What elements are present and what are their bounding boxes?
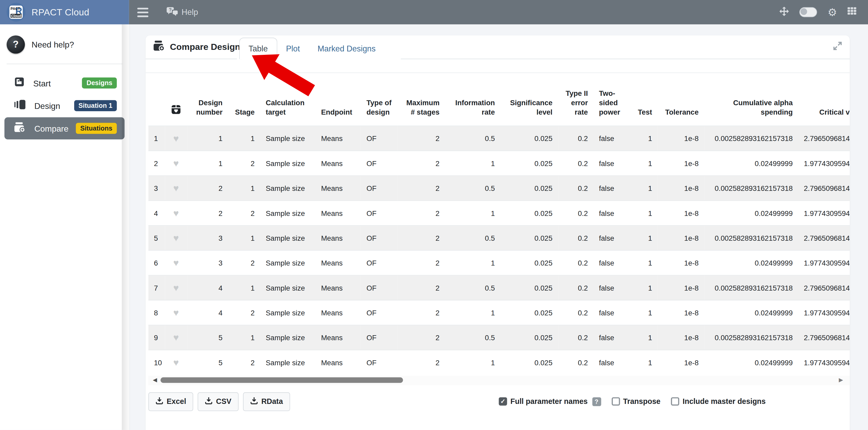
cell-idx: 4	[148, 200, 165, 225]
cell-fav[interactable]: ♥	[165, 226, 187, 251]
heart-icon[interactable]: ♥	[173, 357, 179, 368]
cell-tolerance: 1e-8	[658, 200, 704, 225]
cell-type_ii_error_rate: 0.2	[558, 325, 593, 350]
checkbox-checked[interactable]: ✓	[499, 397, 507, 406]
cell-stage: 2	[228, 350, 260, 375]
cell-type_ii_error_rate: 0.2	[558, 126, 593, 151]
cell-test: 1	[631, 350, 658, 375]
sidebar-item-start[interactable]: Start Designs	[4, 72, 125, 94]
transpose-checkbox[interactable]: Transpose	[612, 397, 660, 406]
column-header-cumulative_alpha_spending: Cumulative alpha spending	[704, 73, 798, 126]
heart-icon[interactable]: ♥	[173, 258, 179, 268]
cell-endpoint: Means	[315, 275, 361, 300]
settings-gear-icon[interactable]: ⚙	[828, 7, 837, 17]
grid-table-icon[interactable]	[848, 7, 858, 17]
theme-toggle[interactable]	[799, 7, 817, 17]
cell-significance_level: 0.025	[500, 325, 558, 350]
topbar: ? Help ⚙	[129, 0, 868, 24]
header-separator	[146, 59, 850, 73]
cell-significance_level: 0.025	[500, 226, 558, 251]
table-row: 6♥32Sample sizeMeansOF210.0250.2false11e…	[148, 251, 850, 275]
column-header-idx	[148, 73, 165, 126]
tab-table[interactable]: Table	[239, 38, 277, 59]
cell-fav[interactable]: ♥	[165, 251, 187, 275]
download-icon	[250, 397, 258, 406]
cell-tolerance: 1e-8	[658, 275, 704, 300]
fullscreen-arrows-icon[interactable]	[779, 6, 789, 18]
help-menu[interactable]: ? Help	[167, 6, 198, 18]
cell-tolerance: 1e-8	[658, 350, 704, 375]
cell-maximum_stages: 2	[398, 251, 445, 275]
cell-two_sided_power: false	[593, 126, 631, 151]
cell-idx: 8	[148, 300, 165, 325]
app-title: RPACT Cloud	[32, 7, 89, 17]
cell-type_of_design: OF	[361, 350, 398, 375]
scrollbar-thumb[interactable]	[161, 377, 403, 383]
cell-fav[interactable]: ♥	[165, 275, 187, 300]
full-parameter-names-checkbox[interactable]: ✓ Full parameter names ?	[499, 397, 601, 406]
cell-information_rate: 1	[445, 200, 500, 225]
column-header-test: Test	[631, 73, 658, 126]
include-master-designs-checkbox[interactable]: Include master designs	[671, 397, 766, 406]
sidebar-item-label: Start	[33, 78, 51, 88]
expand-panel-icon[interactable]	[833, 41, 842, 53]
cell-fav[interactable]: ♥	[165, 325, 187, 350]
cell-type_ii_error_rate: 0.2	[558, 176, 593, 200]
cell-fav[interactable]: ♥	[165, 126, 187, 151]
cell-two_sided_power: false	[593, 300, 631, 325]
scroll-right-arrow-icon[interactable]: ▶	[839, 376, 843, 383]
cell-fav[interactable]: ♥	[165, 176, 187, 200]
table-row: 2♥12Sample sizeMeansOF210.0250.2false11e…	[148, 151, 850, 175]
heart-icon[interactable]: ♥	[173, 208, 179, 218]
tab-bar: Table Plot Marked Designs	[239, 35, 384, 59]
heart-icon[interactable]: ♥	[173, 283, 179, 293]
column-header-calculation_target: Calculation target	[260, 73, 315, 126]
rpact-logo[interactable]: R PACT Cloud	[6, 3, 25, 22]
cell-cumulative_alpha_spending: 0.002582893162157318	[704, 226, 798, 251]
cell-idx: 9	[148, 325, 165, 350]
export-excel-button[interactable]: Excel	[148, 392, 193, 411]
tab-marked-designs[interactable]: Marked Designs	[309, 38, 384, 59]
column-header-type_of_design: Type of design	[361, 73, 398, 126]
cell-endpoint: Means	[315, 226, 361, 251]
cell-test: 1	[631, 200, 658, 225]
cell-type_ii_error_rate: 0.2	[558, 226, 593, 251]
cell-test: 1	[631, 176, 658, 200]
heart-icon[interactable]: ♥	[173, 233, 179, 243]
tab-plot[interactable]: Plot	[277, 38, 309, 59]
horizontal-scrollbar[interactable]: ◀ ▶	[148, 375, 850, 385]
cell-fav[interactable]: ♥	[165, 200, 187, 225]
cell-critical_value: 1.97743095941	[798, 200, 850, 225]
sidebar-item-compare[interactable]: Compare Situations	[4, 117, 125, 139]
cell-fav[interactable]: ♥	[165, 350, 187, 375]
heart-icon[interactable]: ♥	[173, 307, 179, 318]
cell-design_number: 1	[187, 126, 228, 151]
heart-icon[interactable]: ♥	[173, 183, 179, 193]
heart-icon[interactable]: ♥	[173, 158, 179, 168]
cell-calculation_target: Sample size	[260, 176, 315, 200]
scroll-left-arrow-icon[interactable]: ◀	[153, 376, 157, 383]
cell-fav[interactable]: ♥	[165, 151, 187, 175]
cell-test: 1	[631, 126, 658, 151]
sidebar-toggle-hamburger-icon[interactable]	[137, 7, 148, 17]
cell-maximum_stages: 2	[398, 126, 445, 151]
heart-icon[interactable]: ♥	[173, 332, 179, 343]
export-rdata-button[interactable]: RData	[243, 392, 290, 411]
cell-two_sided_power: false	[593, 275, 631, 300]
sidebar-item-design[interactable]: Design Situation 1	[4, 95, 125, 117]
cell-two_sided_power: false	[593, 226, 631, 251]
heart-icon[interactable]: ♥	[173, 133, 179, 143]
cell-cumulative_alpha_spending: 0.02499999	[704, 200, 798, 225]
column-header-design_number: Design number	[187, 73, 228, 126]
cell-maximum_stages: 2	[398, 176, 445, 200]
checkbox-unchecked[interactable]	[612, 397, 620, 406]
cell-design_number: 4	[187, 275, 228, 300]
need-help-link[interactable]: ? Need help?	[0, 24, 129, 63]
cell-test: 1	[631, 151, 658, 175]
cell-cumulative_alpha_spending: 0.002582893162157318	[704, 176, 798, 200]
cell-fav[interactable]: ♥	[165, 300, 187, 325]
help-question-badge[interactable]: ?	[592, 397, 601, 406]
cell-significance_level: 0.025	[500, 300, 558, 325]
export-csv-button[interactable]: CSV	[198, 392, 239, 411]
checkbox-unchecked[interactable]	[671, 397, 679, 406]
